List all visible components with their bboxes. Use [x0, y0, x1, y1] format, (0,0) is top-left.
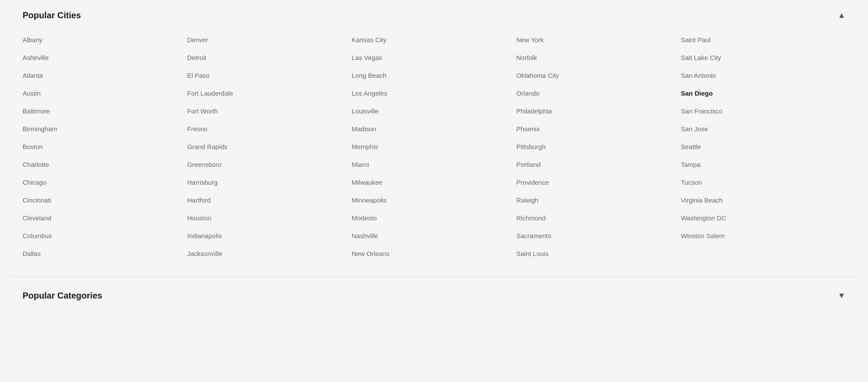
- city-link[interactable]: Boston: [23, 138, 187, 156]
- city-link[interactable]: Milwaukee: [352, 173, 516, 191]
- categories-expand-icon[interactable]: ▼: [838, 291, 845, 300]
- city-link[interactable]: Jacksonville: [187, 245, 352, 262]
- cities-collapse-icon[interactable]: ▲: [838, 11, 845, 20]
- city-link[interactable]: Pittsburgh: [516, 138, 681, 156]
- city-link[interactable]: Memphis: [352, 138, 516, 156]
- city-link[interactable]: San Antonio: [681, 66, 845, 84]
- city-link[interactable]: Richmond: [516, 209, 681, 227]
- city-link[interactable]: New Orleans: [352, 245, 516, 262]
- city-link[interactable]: Columbus: [23, 227, 187, 245]
- city-column-2: DenverDetroitEl PasoFort LauderdaleFort …: [187, 31, 352, 262]
- city-link[interactable]: Grand Rapids: [187, 138, 352, 156]
- city-link[interactable]: Baltimore: [23, 102, 187, 120]
- city-link[interactable]: San Diego: [681, 84, 845, 102]
- city-link[interactable]: Charlotte: [23, 156, 187, 173]
- city-column-3: Kansas CityLas VegasLong BeachLos Angele…: [352, 31, 516, 262]
- city-link[interactable]: Louisville: [352, 102, 516, 120]
- city-link[interactable]: Washington DC: [681, 209, 845, 227]
- cities-grid: AlbanyAshevilleAtlantaAustinBaltimoreBir…: [23, 31, 845, 262]
- city-link[interactable]: Atlanta: [23, 66, 187, 84]
- city-link[interactable]: Birmingham: [23, 120, 187, 138]
- city-link[interactable]: Providence: [516, 173, 681, 191]
- cities-section-header: Popular Cities ▲: [23, 10, 845, 20]
- city-link[interactable]: Modesto: [352, 209, 516, 227]
- city-link[interactable]: Denver: [187, 31, 352, 49]
- popular-categories-section: Popular Categories ▼: [9, 280, 859, 311]
- city-link[interactable]: Seattle: [681, 138, 845, 156]
- city-link[interactable]: Long Beach: [352, 66, 516, 84]
- city-link[interactable]: Fort Worth: [187, 102, 352, 120]
- categories-section-header: Popular Categories ▼: [23, 291, 845, 301]
- cities-section-title: Popular Cities: [23, 10, 81, 20]
- city-link[interactable]: Fresno: [187, 120, 352, 138]
- city-link[interactable]: Harrisburg: [187, 173, 352, 191]
- city-link[interactable]: New York: [516, 31, 681, 49]
- city-link[interactable]: Madison: [352, 120, 516, 138]
- city-link[interactable]: Minneapolis: [352, 191, 516, 209]
- city-link[interactable]: Nashville: [352, 227, 516, 245]
- city-link[interactable]: San Francisco: [681, 102, 845, 120]
- city-link[interactable]: El Paso: [187, 66, 352, 84]
- city-link[interactable]: Los Angeles: [352, 84, 516, 102]
- city-link[interactable]: Norfolk: [516, 49, 681, 66]
- categories-section-title: Popular Categories: [23, 291, 102, 301]
- city-link[interactable]: Albany: [23, 31, 187, 49]
- city-link[interactable]: Asheville: [23, 49, 187, 66]
- city-column-4: New YorkNorfolkOklahoma CityOrlandoPhila…: [516, 31, 681, 262]
- city-link[interactable]: Phoenix: [516, 120, 681, 138]
- city-column-1: AlbanyAshevilleAtlantaAustinBaltimoreBir…: [23, 31, 187, 262]
- city-link[interactable]: Tampa: [681, 156, 845, 173]
- city-link[interactable]: Kansas City: [352, 31, 516, 49]
- city-link[interactable]: Chicago: [23, 173, 187, 191]
- city-link[interactable]: Philadelphia: [516, 102, 681, 120]
- city-link[interactable]: Salt Lake City: [681, 49, 845, 66]
- city-link[interactable]: Oklahoma City: [516, 66, 681, 84]
- city-link[interactable]: Indianapolis: [187, 227, 352, 245]
- city-link[interactable]: Saint Louis: [516, 245, 681, 262]
- city-link[interactable]: Tucson: [681, 173, 845, 191]
- city-link[interactable]: Sacramento: [516, 227, 681, 245]
- city-link[interactable]: Miami: [352, 156, 516, 173]
- city-link[interactable]: Houston: [187, 209, 352, 227]
- city-link[interactable]: Orlando: [516, 84, 681, 102]
- city-link[interactable]: Fort Lauderdale: [187, 84, 352, 102]
- section-divider: [9, 276, 859, 277]
- city-link[interactable]: Cleveland: [23, 209, 187, 227]
- city-link[interactable]: Detroit: [187, 49, 352, 66]
- city-link[interactable]: Winston Salem: [681, 227, 845, 245]
- city-link[interactable]: Austin: [23, 84, 187, 102]
- city-link[interactable]: Las Vegas: [352, 49, 516, 66]
- city-link[interactable]: Cincinnati: [23, 191, 187, 209]
- city-link[interactable]: Dallas: [23, 245, 187, 262]
- city-column-5: Saint PaulSalt Lake CitySan AntonioSan D…: [681, 31, 845, 262]
- city-link[interactable]: Raleigh: [516, 191, 681, 209]
- city-link[interactable]: Hartford: [187, 191, 352, 209]
- popular-cities-section: Popular Cities ▲ AlbanyAshevilleAtlantaA…: [9, 0, 859, 273]
- city-link[interactable]: San Jose: [681, 120, 845, 138]
- city-link[interactable]: Saint Paul: [681, 31, 845, 49]
- city-link[interactable]: Virginia Beach: [681, 191, 845, 209]
- city-link[interactable]: Portland: [516, 156, 681, 173]
- city-link[interactable]: Greensboro: [187, 156, 352, 173]
